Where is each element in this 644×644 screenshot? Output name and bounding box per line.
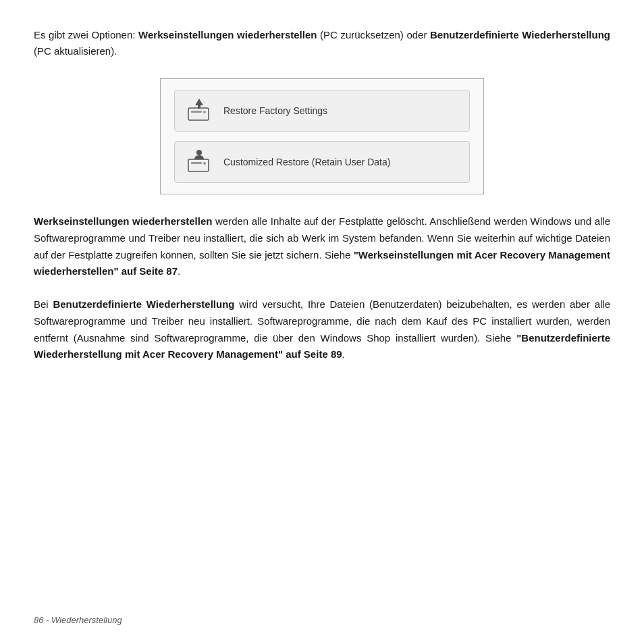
options-box: Restore Factory Settings Customized Rest… xyxy=(160,78,484,194)
intro-paragraph: Es gibt zwei Optionen: Werkseinstellunge… xyxy=(34,27,610,59)
customized-restore-icon xyxy=(186,150,213,174)
svg-rect-6 xyxy=(191,162,202,164)
svg-rect-5 xyxy=(188,159,209,171)
intro-bold2: Benutzerdefinierte Wiederherstellung xyxy=(430,29,610,41)
intro-text-mid2: (PC aktualisieren). xyxy=(34,45,117,57)
intro-text-prefix: Es gibt zwei Optionen: xyxy=(34,29,138,41)
customized-restore-label: Customized Restore (Retain User Data) xyxy=(223,157,390,167)
intro-bold1: Werkseinstellungen wiederherstellen xyxy=(138,29,317,41)
svg-rect-1 xyxy=(191,111,202,113)
section2-text2: . xyxy=(342,348,345,360)
intro-text-mid1: (PC zurücksetzen) oder xyxy=(317,29,430,41)
customized-restore-button[interactable]: Customized Restore (Retain User Data) xyxy=(174,141,470,183)
svg-rect-4 xyxy=(198,105,200,109)
restore-factory-label: Restore Factory Settings xyxy=(223,105,327,116)
svg-point-8 xyxy=(196,150,202,155)
svg-marker-3 xyxy=(195,99,203,105)
svg-point-7 xyxy=(203,162,206,165)
footer-text: 86 - Wiederherstellung xyxy=(34,615,122,625)
svg-rect-0 xyxy=(188,108,209,120)
section2-paragraph: Bei Benutzerdefinierte Wiederherstellung… xyxy=(34,296,610,363)
section1-text2: . xyxy=(178,265,180,277)
page-footer: 86 - Wiederherstellung xyxy=(34,615,122,625)
section1-bold-start: Werkseinstellungen wiederherstellen xyxy=(34,215,212,227)
restore-factory-settings-button[interactable]: Restore Factory Settings xyxy=(174,90,470,132)
restore-factory-icon xyxy=(186,99,213,123)
section1-paragraph: Werkseinstellungen wiederherstellen werd… xyxy=(34,213,610,280)
page-content: Es gibt zwei Optionen: Werkseinstellunge… xyxy=(0,0,644,433)
section2-text-prefix: Bei xyxy=(34,298,53,310)
section2-bold-start: Benutzerdefinierte Wiederherstellung xyxy=(53,298,234,310)
svg-point-2 xyxy=(203,111,206,113)
